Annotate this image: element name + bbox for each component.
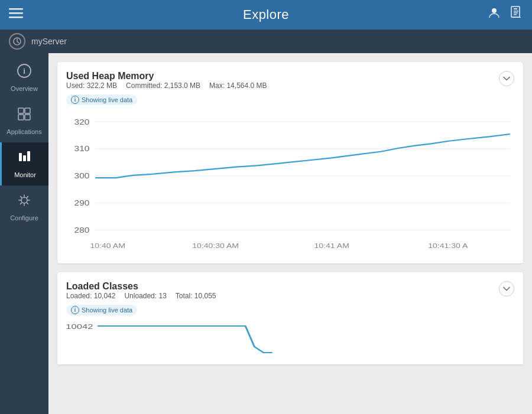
sidebar-item-overview[interactable]: i Overview (0, 56, 48, 99)
svg-rect-13 (18, 108, 24, 113)
heap-collapse-button[interactable] (499, 71, 514, 86)
server-bar: myServer (0, 30, 532, 53)
svg-rect-0 (9, 8, 23, 10)
svg-rect-8 (514, 14, 517, 15)
main-layout: i Overview Applications (0, 53, 532, 414)
document-icon[interactable] (510, 6, 523, 24)
sidebar-item-applications[interactable]: Applications (0, 99, 48, 142)
loaded-classes-chart-partial: 10042 (66, 320, 514, 356)
page-title: Explore (243, 7, 289, 22)
svg-text:290: 290 (74, 199, 90, 207)
top-bar-right (487, 6, 523, 24)
heap-chart: 320 310 300 290 280 10:40 AM 10:40:30 AM… (66, 113, 514, 255)
svg-text:280: 280 (74, 226, 90, 234)
heap-live-label: Showing live data (82, 96, 132, 103)
top-bar-left (9, 6, 23, 24)
svg-text:10:40 AM: 10:40 AM (90, 243, 125, 250)
classes-unloaded: Unloaded: 13 (124, 292, 166, 300)
classes-live-badge: i Showing live data (66, 305, 137, 315)
svg-text:300: 300 (74, 172, 90, 180)
heap-max: Max: 14,564.0 MB (209, 82, 267, 90)
info-icon: i (71, 96, 79, 104)
heap-memory-card: Used Heap Memory Used: 322.2 MB Committe… (57, 62, 523, 263)
sidebar-item-configure-label: Configure (10, 214, 38, 221)
svg-rect-9 (512, 17, 521, 18)
svg-point-3 (492, 8, 497, 13)
svg-rect-6 (514, 11, 518, 12)
svg-text:310: 310 (74, 145, 90, 153)
server-icon (9, 33, 25, 50)
sidebar-item-monitor[interactable]: Monitor (0, 142, 48, 185)
applications-icon (17, 106, 32, 125)
monitor-icon (18, 149, 33, 168)
classes-live-label: Showing live data (82, 307, 132, 314)
svg-rect-2 (9, 17, 23, 18)
svg-rect-7 (514, 12, 518, 14)
classes-collapse-button[interactable] (499, 281, 514, 296)
heap-used: Used: 322.2 MB (66, 82, 117, 90)
svg-rect-18 (23, 155, 26, 161)
svg-text:10:41 AM: 10:41 AM (314, 243, 349, 250)
svg-rect-15 (18, 115, 24, 120)
classes-loaded: Loaded: 10,042 (66, 292, 115, 300)
sidebar: i Overview Applications (0, 53, 48, 414)
heap-chart-svg: 320 310 300 290 280 10:40 AM 10:40:30 AM… (66, 113, 514, 255)
top-bar: Explore (0, 0, 532, 30)
content-area: Used Heap Memory Used: 322.2 MB Committe… (48, 53, 532, 414)
sidebar-item-applications-label: Applications (7, 128, 41, 135)
sidebar-item-monitor-label: Monitor (14, 171, 36, 178)
loaded-classes-stats: Loaded: 10,042 Unloaded: 13 Total: 10,05… (66, 292, 514, 300)
svg-rect-5 (514, 8, 517, 9)
configure-icon (17, 193, 32, 211)
svg-text:10042: 10042 (66, 323, 93, 330)
overview-icon: i (17, 63, 32, 82)
server-name: myServer (31, 37, 67, 46)
svg-rect-4 (511, 6, 520, 17)
heap-committed: Committed: 2,153.0 MB (126, 82, 200, 90)
menu-icon[interactable] (9, 6, 23, 24)
classes-total: Total: 10,055 (176, 292, 216, 300)
svg-rect-17 (19, 153, 22, 161)
heap-memory-stats: Used: 322.2 MB Committed: 2,153.0 MB Max… (66, 82, 514, 90)
svg-text:10:40:30 AM: 10:40:30 AM (192, 243, 239, 250)
user-icon[interactable] (487, 6, 501, 24)
svg-rect-16 (25, 115, 30, 120)
heap-live-badge: i Showing live data (66, 94, 137, 105)
svg-rect-1 (9, 12, 23, 14)
sidebar-item-configure[interactable]: Configure (0, 185, 48, 229)
loaded-classes-title: Loaded Classes (66, 281, 138, 291)
heap-memory-title: Used Heap Memory (66, 71, 154, 81)
info-icon-2: i (71, 306, 79, 314)
sidebar-item-overview-label: Overview (11, 85, 38, 92)
loaded-classes-card: Loaded Classes Loaded: 10,042 Unloaded: … (57, 272, 523, 364)
svg-text:i: i (23, 67, 25, 76)
svg-rect-14 (25, 108, 30, 113)
svg-rect-19 (27, 151, 30, 161)
classes-chart-svg: 10042 (66, 320, 514, 356)
svg-text:10:41:30 A: 10:41:30 A (428, 243, 468, 250)
svg-text:320: 320 (74, 118, 90, 126)
